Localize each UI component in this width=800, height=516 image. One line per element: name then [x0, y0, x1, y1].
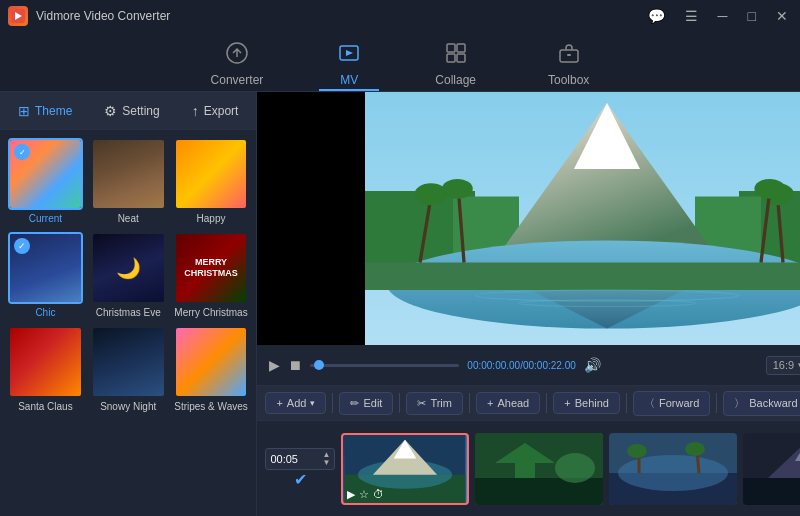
tab-toolbox-label: Toolbox: [548, 73, 589, 87]
timeline: 00:05 ▲ ▼ ✔ ▶: [257, 421, 800, 516]
tab-collage-label: Collage: [435, 73, 476, 87]
forward-icon: 〈: [644, 396, 655, 411]
time-stepper: ▲ ▼: [322, 451, 330, 467]
svg-point-38: [555, 453, 595, 483]
progress-bar[interactable]: [310, 364, 459, 367]
theme-item-merry-christmas[interactable]: MERRYCHRISTMAS Merry Christmas: [174, 232, 249, 318]
svg-point-27: [755, 179, 786, 199]
edit-button[interactable]: ✏ Edit: [339, 392, 393, 415]
sep-3: [469, 393, 470, 413]
main-content: ⊞ Theme ⚙ Setting ↑ Export ✓ Curre: [0, 92, 800, 516]
progress-dot: [314, 360, 324, 370]
maximize-button[interactable]: □: [744, 6, 760, 26]
sub-tab-export-label: Export: [204, 104, 239, 118]
left-panel: ⊞ Theme ⚙ Setting ↑ Export ✓ Curre: [0, 92, 257, 516]
toolbox-icon: [558, 42, 580, 69]
theme-icon: ⊞: [18, 103, 30, 119]
star-icon: ☆: [359, 488, 369, 501]
backward-button[interactable]: 〉 Backward: [723, 391, 800, 416]
svg-rect-5: [457, 44, 465, 52]
sep-6: [716, 393, 717, 413]
theme-item-snowy-night[interactable]: Snowy Night: [91, 326, 166, 412]
chat-button[interactable]: 💬: [644, 6, 669, 26]
tab-collage[interactable]: Collage: [419, 38, 492, 91]
theme-item-current[interactable]: ✓ Current: [8, 138, 83, 224]
title-bar-left: Vidmore Video Converter: [8, 6, 170, 26]
tab-mv[interactable]: MV: [319, 38, 379, 91]
tab-converter[interactable]: Converter: [195, 38, 280, 91]
export-icon-small: ↑: [192, 103, 199, 119]
mv-icon: [338, 42, 360, 69]
tab-toolbox[interactable]: Toolbox: [532, 38, 605, 91]
collage-icon: [445, 42, 467, 69]
ahead-label: Ahead: [497, 397, 529, 409]
clip-1-icons: ▶ ☆ ⏱: [347, 488, 384, 501]
add-button[interactable]: + Add ▾: [265, 392, 326, 414]
add-dropdown-icon: ▾: [310, 398, 315, 408]
sub-tab-export[interactable]: ↑ Export: [184, 99, 247, 123]
volume-button[interactable]: 🔊: [584, 357, 601, 373]
svg-rect-47: [743, 478, 800, 505]
theme-label-santa-claus: Santa Claus: [18, 401, 72, 412]
video-preview: [257, 92, 800, 345]
app-title: Vidmore Video Converter: [36, 9, 170, 23]
time-display: 00:00:00.00/00:00:22.00: [467, 360, 575, 371]
sub-tab-theme-label: Theme: [35, 104, 72, 118]
sub-tab-setting-label: Setting: [122, 104, 159, 118]
trim-label: Trim: [430, 397, 452, 409]
clip-2-thumbnail: [475, 433, 603, 505]
sub-tab-setting[interactable]: ⚙ Setting: [96, 99, 167, 123]
theme-label-happy: Happy: [197, 213, 226, 224]
time-input[interactable]: 00:05 ▲ ▼: [265, 448, 335, 470]
preview-scene: [257, 92, 800, 345]
theme-label-neat: Neat: [118, 213, 139, 224]
minimize-button[interactable]: ─: [714, 6, 732, 26]
ahead-button[interactable]: + Ahead: [476, 392, 540, 414]
sep-2: [399, 393, 400, 413]
time-confirm-button[interactable]: ✔: [294, 470, 307, 489]
clip-item-4[interactable]: [743, 433, 800, 505]
title-bar: Vidmore Video Converter 💬 ☰ ─ □ ✕: [0, 0, 800, 32]
stop-button[interactable]: ⏹: [288, 357, 302, 373]
menu-button[interactable]: ☰: [681, 6, 702, 26]
check-icon: ✓: [14, 144, 30, 160]
sep-5: [626, 393, 627, 413]
theme-item-christmas-eve[interactable]: 🌙 Christmas Eve: [91, 232, 166, 318]
theme-label-current: Current: [29, 213, 62, 224]
tab-mv-label: MV: [340, 73, 358, 87]
clip-item-3[interactable]: [609, 433, 737, 505]
forward-button[interactable]: 〈 Forward: [633, 391, 710, 416]
theme-item-stripes-waves[interactable]: Stripes & Waves: [174, 326, 249, 412]
right-panel: ▶ ⏹ 00:00:00.00/00:00:22.00 🔊 16:9 ▾ ⊞ 1…: [257, 92, 800, 516]
chic-check-icon: ✓: [14, 238, 30, 254]
svg-point-23: [442, 179, 473, 199]
title-bar-right: 💬 ☰ ─ □ ✕: [644, 6, 792, 26]
sub-tab-theme[interactable]: ⊞ Theme: [10, 99, 80, 123]
time-value: 00:05: [270, 453, 298, 465]
nav-tabs: Converter MV Collage: [0, 32, 800, 92]
time-down-button[interactable]: ▼: [322, 459, 330, 467]
close-button[interactable]: ✕: [772, 6, 792, 26]
theme-item-happy[interactable]: Happy: [174, 138, 249, 224]
aspect-ratio-select[interactable]: 16:9 ▾: [766, 356, 800, 375]
theme-item-santa-claus[interactable]: Santa Claus: [8, 326, 83, 412]
sep-4: [546, 393, 547, 413]
clip-item-2[interactable]: [475, 433, 603, 505]
svg-rect-4: [447, 44, 455, 52]
clip-item-1[interactable]: ▶ ☆ ⏱ ▲: [341, 433, 469, 505]
behind-button[interactable]: + Behind: [553, 392, 620, 414]
svg-rect-36: [475, 478, 603, 505]
time-input-box: 00:05 ▲ ▼ ✔: [265, 448, 335, 489]
play-button[interactable]: ▶: [269, 357, 280, 373]
trim-button[interactable]: ✂ Trim: [406, 392, 463, 415]
ahead-icon: +: [487, 397, 493, 409]
svg-point-45: [685, 442, 705, 456]
tab-converter-label: Converter: [211, 73, 264, 87]
red-arrow-indicator: ▲: [468, 485, 469, 503]
play-icon: ▶: [347, 488, 355, 501]
add-icon: +: [276, 397, 282, 409]
edit-label: Edit: [363, 397, 382, 409]
theme-item-neat[interactable]: Neat: [91, 138, 166, 224]
svg-rect-7: [457, 54, 465, 62]
theme-item-chic[interactable]: ✓ Chic: [8, 232, 83, 318]
